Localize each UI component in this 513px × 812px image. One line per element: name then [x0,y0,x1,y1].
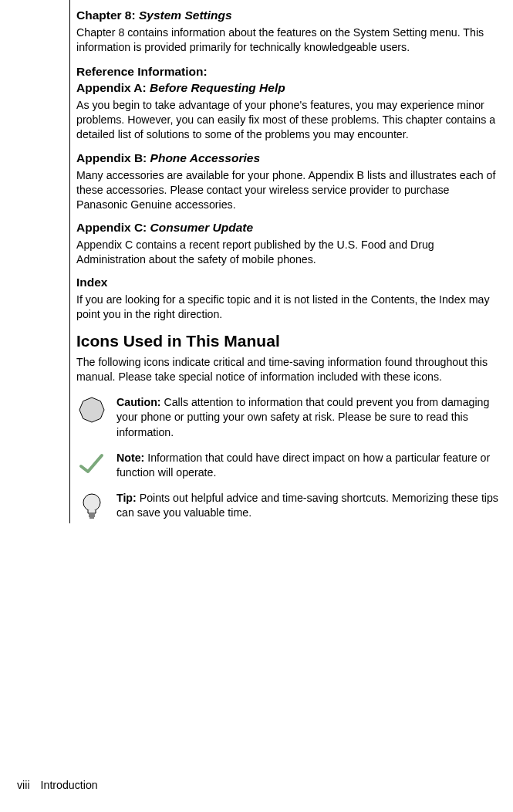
caution-row: Caution: Calls attention to information … [76,395,501,440]
index-heading: Index [76,275,501,291]
heading-italic: Consumer Update [150,221,254,234]
index-body: If you are looking for a specific topic … [76,293,501,322]
appendixC-body: Appendix C contains a recent report publ… [76,238,501,267]
appendixC-heading: Appendix C: Consumer Update [76,220,501,236]
caution-icon [76,395,107,423]
note-icon [76,451,107,475]
page-content: Chapter 8: System Settings Chapter 8 con… [69,0,509,523]
heading-italic: Before Requesting Help [150,81,285,94]
heading-prefix: Appendix C: [76,221,150,234]
chapter8-heading: Chapter 8: System Settings [76,8,501,24]
page-number: viii [17,779,30,791]
svg-marker-0 [79,398,104,422]
refinfo-line1: Reference Information: [76,64,501,80]
caution-desc: Calls attention to information that coul… [116,396,489,438]
heading-italic: Phone Accessories [150,151,260,164]
footer-title: Introduction [41,779,98,791]
note-desc: Information that could have direct impac… [116,452,490,479]
caution-text: Caution: Calls attention to information … [116,395,501,440]
heading-italic: System Settings [139,8,232,22]
heading-prefix: Chapter 8: [76,8,139,22]
appendixA-heading: Appendix A: Before Requesting Help [76,80,501,96]
appendixB-body: Many accessories are available for your … [76,168,501,213]
icons-section-heading: Icons Used in This Manual [76,330,501,352]
appendixA-body: As you begin to take advantage of your p… [76,98,501,143]
svg-point-1 [83,494,100,511]
heading-prefix: Appendix B: [76,151,150,164]
page-footer: viiiIntroduction [17,778,98,793]
tip-icon [76,491,107,523]
tip-label: Tip: [116,492,137,504]
appendixB-heading: Appendix B: Phone Accessories [76,151,501,167]
note-row: Note: Information that could have direct… [76,451,501,480]
tip-text: Tip: Points out helpful advice and time-… [116,491,501,520]
tip-row: Tip: Points out helpful advice and time-… [76,491,501,523]
note-label: Note: [116,452,144,464]
icons-section-intro: The following icons indicate critical an… [76,355,501,384]
chapter8-body: Chapter 8 contains information about the… [76,25,501,55]
tip-desc: Points out helpful advice and time-savin… [116,492,498,519]
heading-prefix: Appendix A: [76,81,150,94]
note-text: Note: Information that could have direct… [116,451,501,480]
caution-label: Caution: [116,396,161,408]
